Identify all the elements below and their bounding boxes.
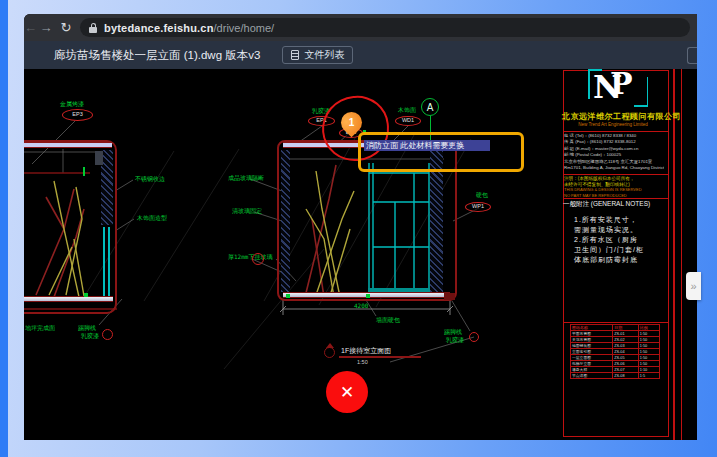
general-notes: 1.所有安装尺寸，需测量现场实况。2.所有水区（厨房卫生间）门/门套/柜体底部刷… [574, 215, 664, 265]
document-icon [291, 50, 299, 60]
lock-icon [89, 23, 97, 33]
material-label: 成品玻璃隔断 [228, 175, 264, 181]
table-cell: ZS-08 [613, 373, 639, 379]
material-label: 金属烤漆 [60, 101, 84, 107]
green-tick [83, 167, 85, 176]
table-cell: 节点详图 [571, 373, 613, 379]
logo-bracket [588, 69, 602, 71]
close-annotation-button[interactable]: ✕ [326, 371, 368, 413]
comment-text[interactable]: 消防立面 此处材料需要更换 [364, 140, 490, 151]
company-logo: NP [593, 70, 643, 106]
grid-bubble-a: A [421, 98, 439, 116]
view-scale: 1:50 [357, 359, 368, 365]
finish-marker [102, 329, 113, 340]
finish-marker [469, 332, 479, 342]
toolbar-right-button-fragment[interactable] [687, 47, 697, 64]
text-line: 1.所有安装尺寸， [574, 215, 664, 225]
tag-label-wd1: WD1 [395, 116, 421, 126]
titleblock: NP 北京远洋维尔工程顾问有限公司 New Trend Art Engineer… [560, 69, 697, 440]
back-icon[interactable]: ← [24, 20, 36, 35]
material-label: 木饰面 [398, 107, 416, 113]
material-label: 墙面硬包 [376, 317, 400, 323]
text-line: 体底部刷防霉封底 [574, 255, 664, 265]
material-label: 乳胶漆 [81, 333, 99, 339]
logo-bracket [647, 77, 649, 107]
material-label: 木饰面造型 [137, 215, 167, 221]
table-cell: 1:5 [638, 373, 659, 379]
green-tick [84, 293, 88, 297]
divider [563, 322, 669, 323]
corner-block [444, 293, 455, 300]
forward-icon[interactable]: → [36, 20, 56, 35]
material-label: 硬包 [476, 192, 488, 198]
section-symbol [324, 347, 335, 358]
ceiling-fixture [95, 151, 103, 165]
address-bar[interactable]: bytedance.feishu.cn/drive/home/ [80, 18, 690, 37]
drawing-list-table: 图纸名称日期比例平面布置图ZS-011:50天花布置图ZS-021:50地面铺装… [570, 324, 660, 379]
left-cyan-mullion [108, 227, 110, 297]
finish-marker [252, 253, 264, 265]
material-label: 乳胶漆 [446, 337, 464, 343]
pin-number: 1 [341, 112, 362, 133]
expand-panel-tab[interactable]: » [686, 272, 701, 300]
table-row: 节点详图ZS-081:5 [571, 373, 660, 379]
file-list-button[interactable]: 文件列表 [282, 46, 353, 64]
tag-label-wp1: WP1 [465, 202, 491, 212]
material-label: 踢脚线 [444, 329, 462, 335]
material-label: 不锈钢收边 [135, 176, 165, 182]
divider [563, 174, 669, 175]
title-underline [339, 356, 421, 358]
dimension-text: 4200 [354, 303, 368, 309]
material-label: 地坪完成面 [25, 325, 55, 331]
url-domain: bytedance.feishu.cn [104, 22, 214, 34]
annotation-highlight-box [358, 132, 524, 172]
frame-left-strip [0, 0, 8, 457]
url-path: /drive/home/ [214, 22, 275, 34]
tag-label-ep3: EP3 [62, 109, 93, 121]
text-line: Rm1701, Building A, Jianguo Rd, Chaoyang… [564, 165, 664, 171]
screenshot-frame: ← → ↻ bytedance.feishu.cn/drive/home/ 廊坊… [0, 0, 717, 457]
text-line: 2.所有水区（厨房 [574, 235, 664, 245]
divider [563, 198, 669, 199]
green-tick [286, 294, 290, 298]
sheet-border-line [673, 69, 675, 440]
copyright-note: 注明：(本图纸版权归本公司所有，未经许可不得复制、翻印或转让)THIS DRAW… [564, 176, 664, 198]
company-name-cn: 北京远洋维尔工程顾问有限公司 [562, 111, 664, 122]
contact-block: 电 话 (Tel)：(8610) 8732 8338 / 8340传 真 (Fa… [564, 133, 664, 171]
middle-left-hatch [281, 150, 290, 292]
general-notes-heading: 一般附注 (GENERAL NOTES) [563, 200, 650, 209]
file-list-label: 文件列表 [304, 48, 344, 62]
text-line: 需测量现场实况。 [574, 225, 664, 235]
view-title: 1F接待室立面图 [341, 346, 391, 356]
material-label: 厚12mm下挂玻璃 [228, 254, 272, 260]
browser-navbar: ← → ↻ bytedance.feishu.cn/drive/home/ [24, 14, 697, 41]
material-label: 清玻璃固定 [232, 208, 262, 214]
divider [563, 131, 669, 132]
file-title: 廊坊苗场售楼处一层立面 (1).dwg 版本v3 [54, 48, 260, 63]
left-cyan-mullion [103, 227, 105, 297]
sheet-border-line [681, 69, 683, 440]
company-name-en: New Trend Art Engineering Limited [562, 122, 664, 127]
left-baseboard [24, 296, 113, 302]
green-tick [366, 294, 370, 298]
file-toolbar: 廊坊苗场售楼处一层立面 (1).dwg 版本v3 文件列表 [24, 41, 697, 69]
text-line: 卫生间）门/门套/柜 [574, 245, 664, 255]
logo-bracket [588, 69, 590, 99]
material-label: 踢脚线 [78, 325, 96, 331]
reload-icon[interactable]: ↻ [56, 20, 76, 35]
left-ceiling-strip [24, 142, 112, 148]
